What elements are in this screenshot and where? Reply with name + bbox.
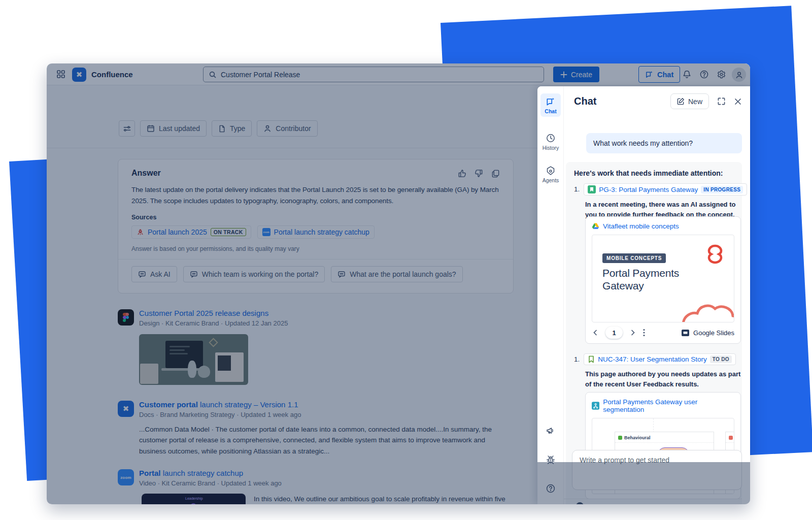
result-title-link[interactable]: Customer portal launch strategy – Versio…	[139, 400, 511, 409]
attention-item-pg3: 1. PG-3: Portal Payments Gateway IN PROG…	[574, 183, 734, 344]
result-snippet: In this video, We outline our ambitious …	[254, 494, 515, 504]
create-button[interactable]: Create	[553, 67, 599, 82]
document-icon	[218, 125, 226, 133]
filter-bar: Last updated Type Contributor	[119, 120, 318, 137]
google-drive-icon	[592, 223, 599, 230]
search-result-figma: Customer Portal 2025 release designs Des…	[118, 309, 288, 385]
user-avatar[interactable]	[732, 68, 746, 82]
rail-tab-history[interactable]: History	[540, 130, 561, 153]
search-input[interactable]	[221, 71, 538, 79]
page-number: 1	[605, 327, 623, 339]
edit-icon	[677, 98, 685, 105]
result-snippet: ...Common Data Model · The customer port…	[139, 424, 511, 457]
result-meta: Video · Kit Ceramic Brand · Updated 1 we…	[139, 479, 515, 487]
divider	[564, 499, 742, 499]
status-badge-on-track: ON TRACK	[211, 228, 246, 236]
google-slides-label: Google Slides	[681, 329, 734, 337]
chat-bubble-icon	[138, 270, 146, 278]
rail-tab-chat[interactable]: Chat	[540, 93, 561, 117]
expand-icon[interactable]	[717, 97, 726, 106]
jira-ticket-chip[interactable]: NUC-347: User Segmentation Story TO DO	[584, 353, 736, 365]
item-description: This page authored by you needs updates …	[585, 369, 741, 389]
bug-report-icon[interactable]	[546, 454, 556, 465]
agents-icon	[546, 166, 556, 176]
result-meta: Design · Kit Ceramic Brand · Updated 12 …	[139, 319, 288, 327]
rail-tab-agents[interactable]: Agents	[540, 162, 561, 186]
result-title-link[interactable]: Portal launch strategy catchup	[139, 469, 515, 477]
settings-gear-icon[interactable]	[717, 70, 726, 79]
video-thumbnail[interactable]: Leadership IT Product	[142, 494, 246, 504]
app-name: Confluence	[91, 70, 133, 79]
thumb-label: Leadership	[185, 497, 203, 500]
zoom-icon: zoom	[118, 469, 134, 485]
slides-embed-card[interactable]: Vitafleet mobile concepts MOBILE CONCEPT…	[585, 216, 741, 344]
chat-prompt-input[interactable]	[580, 456, 734, 484]
chat-panel-title: Chat	[574, 95, 596, 107]
result-thumbnail[interactable]	[139, 334, 248, 385]
embed-link[interactable]: Vitafleet mobile concepts	[603, 222, 679, 230]
chevron-right-icon[interactable]	[629, 329, 636, 336]
chat-prompt-box[interactable]	[572, 450, 742, 490]
zoom-icon: zoom	[262, 228, 270, 236]
chevron-left-icon[interactable]	[592, 329, 599, 336]
ticket-link[interactable]: PG-3: Portal Payments Gateway	[599, 186, 698, 193]
more-options-icon[interactable]	[643, 329, 645, 337]
chat-toggle-button[interactable]: Chat	[638, 66, 680, 83]
filter-contributor[interactable]: Contributor	[257, 120, 317, 137]
chat-rail: Chat History Agents	[537, 86, 564, 504]
app-switcher-icon[interactable]	[56, 69, 66, 79]
chat-bubble-icon	[337, 270, 346, 278]
new-chat-button[interactable]: New	[670, 93, 709, 109]
slide-badge: MOBILE CONCEPTS	[602, 253, 666, 263]
search-result-video: zoom Portal launch strategy catchup Vide…	[118, 469, 515, 504]
jira-ticket-chip[interactable]: PG-3: Portal Payments Gateway IN PROGRES…	[584, 183, 747, 196]
figma-icon	[118, 309, 134, 326]
search-icon	[209, 71, 217, 79]
result-title-link[interactable]: Customer Portal 2025 release designs	[139, 309, 288, 317]
ask-ai-button[interactable]: Ask AI	[131, 266, 177, 282]
bookmark-icon	[588, 355, 595, 363]
embed-link[interactable]: Portal Payments Gateway user segmentatio…	[603, 398, 734, 413]
green-chip-icon	[618, 436, 622, 440]
list-marker: 1.	[574, 185, 580, 193]
suggested-question-button[interactable]: Which team is working on the portal?	[183, 266, 325, 282]
status-badge: IN PROGRESS	[701, 186, 743, 193]
list-marker: 1.	[574, 355, 580, 363]
thumbs-up-icon[interactable]	[458, 169, 466, 178]
answer-title: Answer	[131, 169, 161, 178]
whiteboard-icon	[592, 402, 599, 410]
confluence-logo[interactable]: ✖	[72, 68, 86, 82]
notifications-bell-icon[interactable]	[682, 70, 692, 79]
chat-bubble-icon	[190, 270, 198, 278]
decorative-cloud	[680, 294, 734, 322]
slide-title: Portal Payments Gateway	[602, 267, 699, 292]
calendar-icon	[147, 124, 155, 133]
copy-icon[interactable]	[491, 169, 500, 178]
result-meta: Docs · Brand Marketing Strategy · Update…	[139, 411, 511, 418]
filter-last-updated[interactable]: Last updated	[140, 120, 207, 137]
source-link[interactable]: Portal launch 2025	[148, 228, 207, 236]
top-bar: ✖ Confluence Create Chat	[47, 63, 750, 85]
help-icon[interactable]	[699, 70, 709, 79]
sources-label: Sources	[131, 214, 500, 221]
global-search[interactable]	[203, 67, 544, 82]
suggested-question-button[interactable]: What are the portal launch goals?	[331, 266, 462, 282]
answer-card: Answer The latest update on the portal	[118, 159, 514, 294]
feedback-megaphone-icon[interactable]	[546, 426, 556, 436]
ticket-link[interactable]: NUC-347: User Segmentation Story	[598, 355, 707, 363]
source-link[interactable]: Portal launch strategy catchup	[274, 228, 369, 236]
decorative-squiggle	[701, 242, 729, 270]
user-message-bubble: What work needs my attention?	[586, 133, 742, 153]
answer-disclaimer: Answer is based on your permissions, and…	[131, 245, 500, 252]
filter-type[interactable]: Type	[212, 120, 252, 137]
chat-content: Chat New What work need	[564, 86, 750, 504]
chat-panel: Chat History Agents	[537, 86, 750, 504]
source-chip-portal-launch[interactable]: Portal launch 2025 ON TRACK	[131, 225, 251, 239]
source-chip-zoom-catchup[interactable]: zoom Portal launch strategy catchup	[257, 225, 375, 239]
thumbs-down-icon[interactable]	[475, 169, 483, 178]
filter-settings-button[interactable]	[119, 120, 135, 137]
divider	[118, 259, 513, 259]
close-icon[interactable]	[734, 98, 742, 106]
help-icon[interactable]	[546, 483, 556, 494]
page: ✖ Confluence Create Chat	[0, 0, 812, 520]
